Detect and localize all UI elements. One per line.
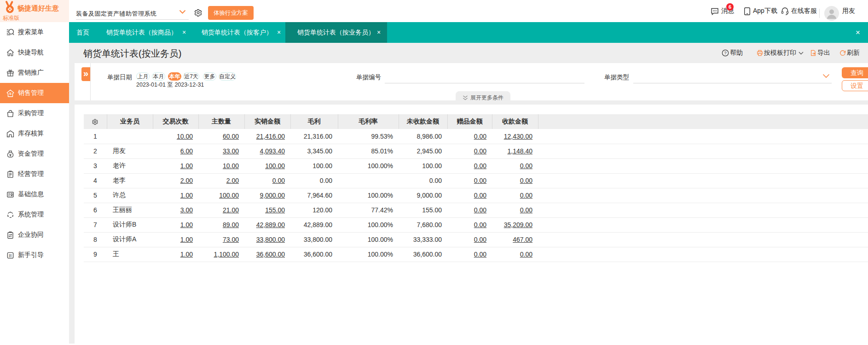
svg-text:S: S (9, 91, 12, 95)
svg-text:新: 新 (9, 253, 12, 257)
svg-text:?: ? (724, 51, 726, 55)
